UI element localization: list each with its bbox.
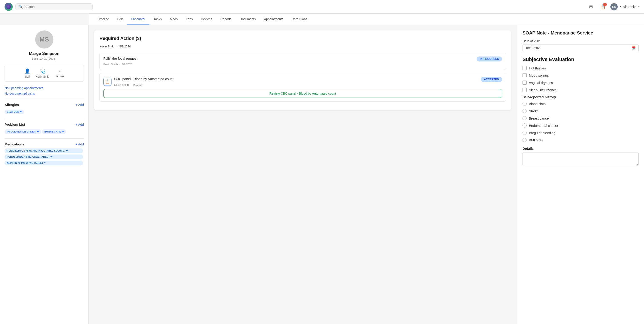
radio-row: Irregular bleeding: [522, 131, 638, 135]
action-provider: Kevin Smith: [103, 63, 118, 66]
radio-row: BMI > 30: [522, 138, 638, 142]
radios-list: Blood clots Stroke Breast cancer Endomet…: [522, 102, 638, 142]
checkbox-row: Hot flashes: [522, 66, 638, 70]
date-value: 10/19/2023: [526, 46, 541, 50]
add-problem-button[interactable]: + Add: [76, 123, 84, 126]
radio-input[interactable]: [522, 138, 526, 142]
allergies-section-header: Allergies + Add: [4, 103, 84, 107]
checkbox-label: Sleep Disturbance: [529, 88, 557, 92]
calendar-icon: 📅: [632, 46, 636, 50]
role-kevin-smith: 🩺Kevin Smith: [36, 68, 50, 78]
checkbox-input[interactable]: [522, 66, 526, 70]
radio-label: Breast cancer: [529, 116, 550, 120]
user-menu[interactable]: KS Kevin Smith ▾: [610, 3, 640, 10]
tab-care-plans[interactable]: Care Plans: [288, 13, 311, 25]
action-sub-meta: Kevin Smith · 3/8/2024: [103, 63, 502, 66]
checkbox-label: Mood swings: [529, 73, 549, 77]
role-icon: 🩺: [40, 68, 46, 74]
right-panel: SOAP Note - Menopause Service Date of Vi…: [517, 25, 644, 324]
checkbox-label: Vaginal dryness: [529, 81, 553, 85]
tab-appointments[interactable]: Appointments: [260, 13, 288, 25]
tab-timeline[interactable]: Timeline: [93, 13, 113, 25]
medication-tag[interactable]: PENICILLIN G 375 MG/ML INJECTABLE SOLUTI…: [4, 148, 83, 153]
problem-tag[interactable]: BURNS CARE ✏: [42, 129, 66, 134]
sidebar: MS Marge Simpson 1956-10-01 (067Y) 👤Self…: [0, 25, 88, 324]
details-label: Details: [522, 147, 638, 150]
radio-label: Irregular bleeding: [529, 131, 556, 135]
search-input[interactable]: [24, 5, 89, 9]
checkbox-input[interactable]: [522, 80, 526, 85]
action-item-row: 📋 CBC panel - Blood by Automated count A…: [103, 77, 502, 86]
action-date: 3/8/2024: [132, 83, 143, 86]
role-female: ♀female: [56, 68, 64, 78]
tab-bar: TimelineEditEncounterTasksMedsLabsDevice…: [88, 13, 644, 25]
action-status-badge: ACCEPTED: [481, 77, 502, 82]
role-icon: 👤: [24, 68, 30, 74]
radio-input[interactable]: [522, 116, 526, 120]
main-layout: MS Marge Simpson 1956-10-01 (067Y) 👤Self…: [0, 25, 644, 324]
medication-tag[interactable]: ASPIRIN 75 MG ORAL TABLET ✏: [4, 161, 83, 165]
clipboard-button[interactable]: 📋 1: [598, 3, 607, 11]
tab-edit[interactable]: Edit: [113, 13, 127, 25]
tab-reports[interactable]: Reports: [216, 13, 236, 25]
action-meta: Kevin Smith · 3/8/2024: [100, 45, 506, 48]
tab-devices[interactable]: Devices: [197, 13, 216, 25]
required-action-card: Required Action (3) Kevin Smith · 3/8/20…: [94, 30, 512, 110]
allergies-title: Allergies: [4, 103, 19, 107]
action-header-row: Fulfill the focal request IN-PROGRESS: [103, 56, 502, 61]
action-item: Fulfill the focal request IN-PROGRESS Ke…: [100, 53, 506, 70]
radio-input[interactable]: [522, 131, 526, 135]
action-sub-meta: Kevin Smith · 3/8/2024: [114, 83, 502, 86]
role-label: Kevin Smith: [36, 75, 50, 78]
chevron-down-icon: ▾: [638, 5, 640, 8]
problems-list: INFLUENZA (DISORDER) ✏BURNS CARE ✏: [4, 129, 84, 135]
app-logo[interactable]: [4, 3, 13, 11]
radio-label: Stroke: [529, 109, 539, 113]
tab-encounter[interactable]: Encounter: [127, 13, 150, 25]
date-of-visit-input[interactable]: 10/19/2023 📅: [522, 44, 638, 52]
radio-input[interactable]: [522, 123, 526, 127]
add-allergy-button[interactable]: + Add: [76, 103, 84, 107]
checkbox-input[interactable]: [522, 73, 526, 77]
tab-documents[interactable]: Documents: [236, 13, 260, 25]
allergies-list: SEAFOOD ✏: [4, 109, 84, 115]
role-label: Self: [25, 75, 30, 78]
search-box[interactable]: 🔍: [16, 3, 93, 10]
action-header-row: CBC panel - Blood by Automated count ACC…: [114, 77, 502, 82]
medication-tag[interactable]: FUROSEMIDE 40 MG ORAL TABLET ✏: [4, 155, 83, 159]
no-visits-link[interactable]: No documented visits: [4, 92, 84, 95]
allergy-tag[interactable]: SEAFOOD ✏: [4, 110, 24, 114]
radio-label: Blood clots: [529, 102, 546, 106]
radio-input[interactable]: [522, 102, 526, 106]
checkbox-input[interactable]: [522, 88, 526, 92]
action-item-icon: 📋: [103, 78, 112, 86]
patient-roles: 👤Self🩺Kevin Smith♀female: [4, 65, 84, 82]
mail-button[interactable]: ✉: [587, 3, 595, 11]
problem-list-title: Problem List: [4, 122, 25, 126]
action-title: Fulfill the focal request: [103, 56, 138, 60]
radio-label: BMI > 30: [529, 138, 542, 142]
action-title: CBC panel - Blood by Automated count: [114, 77, 174, 81]
patient-dob: 1956-10-01 (067Y): [4, 57, 84, 60]
radio-row: Blood clots: [522, 102, 638, 106]
checkbox-label: Hot flashes: [529, 66, 546, 70]
no-appointments-link[interactable]: No upcoming appointments: [4, 86, 84, 90]
add-medication-button[interactable]: + Add: [76, 142, 84, 146]
action-status-badge: IN-PROGRESS: [477, 56, 502, 61]
details-textarea[interactable]: [522, 152, 638, 166]
tab-labs[interactable]: Labs: [182, 13, 197, 25]
problem-tag[interactable]: INFLUENZA (DISORDER) ✏: [4, 129, 41, 134]
self-reported-title: Self-reported history: [522, 95, 638, 99]
main-content: Required Action (3) Kevin Smith · 3/8/20…: [88, 25, 517, 324]
date-of-visit-label: Date of Visit: [522, 39, 638, 43]
review-button[interactable]: Review CBC panel - Blood by Automated co…: [103, 89, 502, 98]
user-avatar: KS: [610, 3, 618, 10]
checkbox-row: Mood swings: [522, 73, 638, 77]
radio-input[interactable]: [522, 109, 526, 113]
tab-tasks[interactable]: Tasks: [150, 13, 166, 25]
tab-meds[interactable]: Meds: [166, 13, 182, 25]
role-self: 👤Self: [24, 68, 30, 78]
medications-list: PENICILLIN G 375 MG/ML INJECTABLE SOLUTI…: [4, 148, 84, 165]
radio-row: Stroke: [522, 109, 638, 113]
checkboxes-list: Hot flashes Mood swings Vaginal dryness …: [522, 66, 638, 92]
